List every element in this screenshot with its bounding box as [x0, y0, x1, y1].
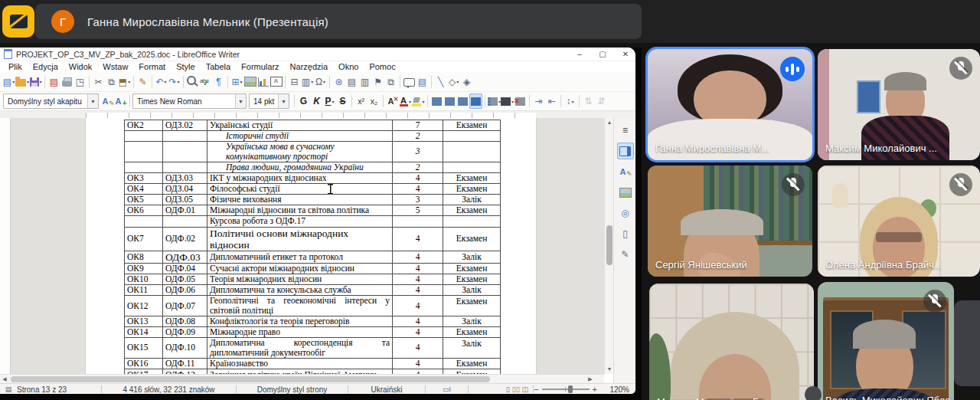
video-tile-3[interactable]: Сергій Янішевський: [648, 166, 812, 277]
vertical-scrollbar-thumb[interactable]: [606, 225, 612, 265]
horizontal-scrollbar-thumb[interactable]: [11, 376, 490, 382]
language-status[interactable]: Ukraiński: [348, 384, 425, 394]
zoom-out-button[interactable]: −: [534, 385, 538, 394]
subscript-button[interactable]: x₂: [368, 93, 381, 109]
underline-button[interactable]: P▾: [323, 93, 336, 109]
page-break-button[interactable]: ⊟: [288, 74, 301, 90]
hyperlink-button[interactable]: ⊛: [332, 74, 345, 90]
chevron-down-icon[interactable]: ▼: [278, 94, 289, 108]
clone-formatting-button[interactable]: ✎: [136, 74, 149, 90]
bookmark-button[interactable]: ⚑: [371, 74, 384, 90]
track-changes-button[interactable]: ▤: [416, 74, 429, 90]
no-list-button[interactable]: [514, 93, 527, 109]
highlight-color-button[interactable]: ▾: [412, 93, 425, 109]
paragraph-style-combo[interactable]: Domyślny styl akapitu ▼: [3, 93, 99, 109]
flowchart-shapes-button[interactable]: ◈: [460, 74, 473, 90]
zoom-slider-handle[interactable]: [568, 385, 573, 393]
video-tile-4[interactable]: Олена Андріївна Брайч...: [818, 166, 980, 277]
sidebar-tab-navigator[interactable]: ◎: [617, 205, 634, 221]
sidebar-tab-gallery[interactable]: [617, 184, 634, 201]
menu-item-wstaw[interactable]: Wstaw: [97, 62, 133, 71]
zoom-slider-track[interactable]: [542, 389, 590, 390]
menu-item-formularz[interactable]: Formularz: [236, 62, 285, 71]
sidebar-tab-page[interactable]: ▯: [617, 225, 634, 242]
sidebar-tab-style-inspector[interactable]: ✎: [617, 246, 634, 263]
document-page[interactable]: ОК2ОДЗ.02Українські студії7ЕкзаменІстори…: [86, 118, 536, 374]
insert-image-button[interactable]: [243, 74, 256, 90]
chevron-down-icon[interactable]: ▼: [235, 94, 246, 108]
align-right-button[interactable]: [456, 93, 469, 109]
menu-item-widok[interactable]: Widok: [64, 62, 98, 71]
sidebar-tab-styles[interactable]: [617, 163, 634, 180]
comment-button[interactable]: [403, 74, 416, 90]
menu-item-narzędzia[interactable]: Narzędzia: [285, 62, 334, 71]
video-tile-6[interactable]: Василь Миколайович Ябло...: [818, 282, 954, 400]
menu-item-style[interactable]: Style: [171, 62, 200, 71]
update-style-button[interactable]: [101, 93, 114, 109]
print-preview-button[interactable]: ◳: [74, 74, 87, 90]
page-style-status[interactable]: Domyślny styl strony: [237, 384, 348, 394]
move-paragraph-up-button[interactable]: ⇅: [582, 93, 595, 109]
video-tile-1[interactable]: Ганна Мирославівна М...: [648, 49, 812, 160]
insert-field-button[interactable]: ▥▾: [301, 74, 314, 90]
copy-button[interactable]: ⧉: [105, 74, 118, 90]
zoom-percentage[interactable]: 120%: [602, 384, 635, 394]
undo-button[interactable]: ↶▾: [155, 74, 168, 90]
italic-button[interactable]: K: [310, 93, 323, 109]
cut-button[interactable]: ✂: [92, 74, 105, 90]
increase-indent-button[interactable]: ⇥: [532, 93, 545, 109]
bullet-list-button[interactable]: ▾: [488, 93, 501, 109]
find-and-replace-button[interactable]: [186, 74, 199, 90]
insert-textbox-button[interactable]: [270, 74, 283, 90]
sidebar-tab-properties[interactable]: [617, 143, 634, 159]
minimize-button[interactable]: –: [574, 50, 585, 58]
font-size-combo[interactable]: 14 pkt ▼: [249, 93, 289, 109]
endnote-button[interactable]: ▥: [358, 74, 371, 90]
basic-shapes-button[interactable]: ◇▾: [447, 74, 460, 90]
page-number-status[interactable]: Strona 13 z 23: [17, 384, 101, 394]
window-titlebar[interactable]: PROJEKT_OP_C3_MV_ZP_bak_2025.doc - Libre…: [0, 48, 635, 61]
close-button[interactable]: ✕: [620, 50, 631, 58]
numbered-list-button[interactable]: ▾: [501, 93, 514, 109]
insert-table-button[interactable]: ⊞▾: [230, 74, 243, 90]
single-page-view-icon[interactable]: ▯: [506, 385, 510, 393]
insert-line-button[interactable]: ╲: [434, 74, 447, 90]
print-button[interactable]: [60, 74, 74, 90]
multi-page-view-icon[interactable]: ▯▯: [512, 385, 520, 393]
sidebar-tab-sidebar-settings[interactable]: ≡: [617, 122, 634, 139]
superscript-button[interactable]: x²: [354, 93, 368, 109]
move-paragraph-down-button[interactable]: ⇵: [595, 93, 608, 109]
chevron-down-icon[interactable]: ▼: [87, 94, 98, 108]
footnote-button[interactable]: ▤: [345, 74, 358, 90]
font-name-combo[interactable]: Times New Roman ▼: [132, 93, 247, 109]
word-count-status[interactable]: 4 416 słów, 32 231 znaków: [102, 384, 236, 394]
zoom-slider[interactable]: − +: [534, 385, 597, 394]
menu-item-okno[interactable]: Okno: [333, 62, 364, 71]
menu-item-format[interactable]: Format: [133, 62, 171, 71]
video-tile-5[interactable]: Марина Миколаївна Бє...: [649, 284, 814, 400]
export-pdf-button[interactable]: ▤: [47, 74, 60, 90]
presentation-app-badge[interactable]: [2, 5, 34, 38]
align-center-button[interactable]: [443, 93, 456, 109]
line-spacing-button[interactable]: ↕▾: [564, 93, 577, 109]
font-color-button[interactable]: ▾: [399, 93, 412, 109]
spelling-button[interactable]: [199, 74, 212, 90]
new-document-button[interactable]: ▤▾: [2, 74, 15, 90]
decrease-indent-button[interactable]: ⇤: [545, 93, 558, 109]
menu-item-plik[interactable]: Plik: [3, 62, 28, 71]
selection-mode-icon[interactable]: ▭I: [426, 384, 468, 394]
paste-button[interactable]: ⬒▾: [118, 74, 131, 90]
zoom-in-button[interactable]: +: [593, 385, 597, 394]
redo-button[interactable]: ↷▾: [168, 74, 181, 90]
align-justify-button[interactable]: [469, 93, 482, 109]
menu-item-tabela[interactable]: Tabela: [201, 62, 236, 71]
align-left-button[interactable]: [430, 93, 443, 109]
cross-reference-button[interactable]: ⧉: [384, 74, 397, 90]
maximize-button[interactable]: ▢: [597, 50, 608, 58]
next-participant-tile[interactable]: [954, 300, 980, 386]
open-button[interactable]: ▾: [15, 74, 29, 90]
menu-item-pomoc[interactable]: Pomoc: [364, 62, 400, 71]
book-view-icon[interactable]: ◫: [522, 385, 529, 393]
strikethrough-button[interactable]: S: [336, 93, 349, 109]
formatting-marks-button[interactable]: ¶: [212, 74, 225, 90]
